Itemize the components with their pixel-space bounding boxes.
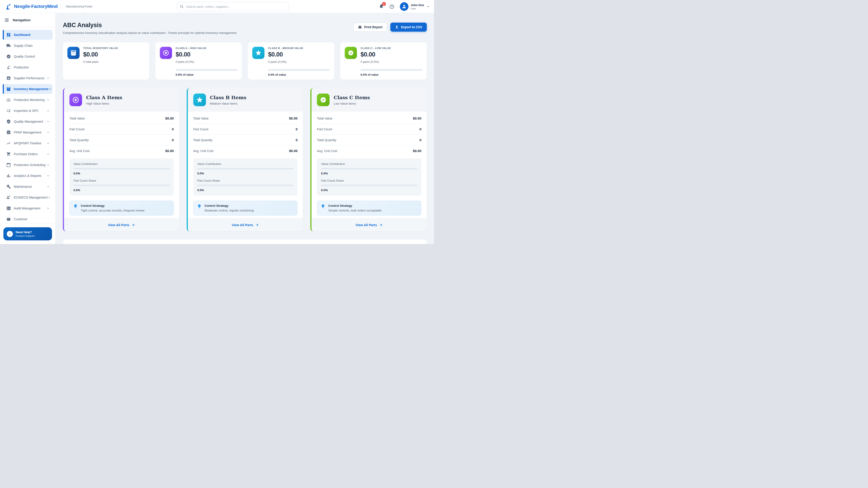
sidebar-item-quality-management[interactable]: Quality Management: [3, 117, 53, 127]
contribution-panel: Value Contribution 0.0% Part Count Share…: [193, 158, 298, 196]
bar-chart-icon: [6, 173, 11, 178]
stat-label: CLASS A - HIGH VALUE: [176, 47, 237, 50]
part-count-share-bar: [73, 185, 170, 186]
class-cards: Class A Items High Value Items Total Val…: [63, 88, 427, 231]
stat-progress-label: 0.0% of value: [361, 73, 422, 76]
stat-row: Total Value$0.00: [193, 113, 298, 124]
export-csv-button[interactable]: Export to CSV: [391, 23, 427, 32]
page-actions: Print Report Export to CSV: [353, 23, 427, 32]
summary-cards: TOTAL INVENTORY VALUE $0.00 0 total part…: [63, 42, 427, 80]
next-section-card: [63, 239, 427, 244]
check-circle-icon: [317, 94, 330, 106]
sidebar-item-production[interactable]: Production: [3, 62, 53, 72]
sidebar-item-inspection-spc[interactable]: Inspection & SPC: [3, 106, 53, 116]
notification-badge: 2: [382, 2, 386, 6]
arrow-right-icon: [131, 223, 135, 227]
arrow-right-icon: [255, 223, 259, 227]
sidebar-item-production-scheduling[interactable]: Production Scheduling: [3, 160, 53, 170]
avatar: [400, 2, 408, 11]
top-bar: Nexgile-FactoryMind Manufacturing Portal…: [0, 0, 434, 13]
contribution-panel: Value Contribution 0.0% Part Count Share…: [69, 158, 174, 196]
value-progress-bar: [176, 69, 237, 71]
lightbulb-icon: [197, 204, 202, 208]
stat-sub: 0 parts (0.0%): [361, 60, 422, 64]
view-all-parts-link[interactable]: View All Parts: [311, 218, 427, 231]
sidebar-item-supplier-performance[interactable]: Supplier Performance: [3, 73, 53, 83]
stat-row: Total Value$0.00: [69, 113, 174, 124]
star-circle-icon: [160, 47, 172, 59]
stat-row: Total Quantity0: [317, 135, 421, 145]
print-report-button[interactable]: Print Report: [353, 23, 387, 32]
verified-badge-icon: [6, 54, 11, 59]
sidebar-item-inventory-management[interactable]: Inventory Management: [3, 84, 53, 94]
stat-row: Total Value$0.00: [317, 113, 421, 124]
sidebar-item-analytics-reports[interactable]: Analytics & Reports: [3, 171, 53, 181]
stat-row: Part Count0: [193, 124, 298, 135]
stat-row: Part Count0: [317, 124, 421, 135]
view-all-parts-link[interactable]: View All Parts: [64, 218, 179, 231]
sidebar-item-supply-chain[interactable]: Supply Chain: [3, 41, 53, 51]
brand-logo: Nexgile-FactoryMind Manufacturing Portal: [5, 3, 92, 10]
search-icon: [180, 4, 184, 8]
audit-list-icon: [6, 206, 11, 210]
main-content: ABC Analysis Comprehensive inventory cla…: [56, 13, 434, 244]
control-strategy-panel: Control Strategy Moderate control, regul…: [193, 201, 298, 216]
class-b-summary-card: CLASS B - MEDIUM VALUE $0.00 0 parts (0.…: [248, 42, 334, 80]
chevron-down-icon: [48, 87, 52, 91]
calendar-icon: [6, 163, 11, 167]
stat-row: Avg. Unit Cost$0.00: [317, 145, 421, 156]
robot-arm-logo-icon: [5, 3, 12, 10]
stat-value: $0.00: [268, 51, 330, 58]
contact-support-card[interactable]: Need Help? Contact Support: [3, 227, 52, 240]
class-a-card: Class A Items High Value Items Total Val…: [63, 88, 179, 231]
menu-icon[interactable]: [4, 18, 9, 23]
star-circle-icon: [69, 94, 82, 106]
person-icon: [402, 4, 407, 9]
class-card-title: Class B Items: [210, 95, 246, 100]
chevron-down-icon: [46, 76, 50, 80]
sidebar-item-audit-management[interactable]: Audit Management: [3, 203, 53, 213]
sidebar-item-customer[interactable]: Customer: [3, 214, 53, 223]
stat-sub: 0 parts (0.0%): [268, 60, 330, 64]
class-card-subtitle: Medium Value Items: [210, 102, 246, 105]
sidebar-item-quality-control[interactable]: Quality Control: [3, 52, 53, 61]
sidebar-item-apqp-npi-timeline[interactable]: APQP/NPI Timeline: [3, 138, 53, 148]
brand-tagline: Manufacturing Portal: [66, 5, 92, 8]
stat-sub: 0 parts (0.0%): [176, 60, 237, 64]
download-icon: [395, 25, 399, 29]
sidebar-item-ppap-management[interactable]: PPAP Management: [3, 127, 53, 137]
robot-arm-icon: [6, 65, 11, 70]
part-count-share-bar: [321, 185, 417, 186]
user-menu[interactable]: John Doe User: [400, 2, 430, 11]
arrow-right-icon: [379, 223, 383, 227]
info-icon: [7, 231, 13, 237]
stat-label: TOTAL INVENTORY VALUE: [83, 47, 145, 50]
value-contribution-bar: [73, 168, 170, 169]
chevron-down-icon: [46, 120, 50, 123]
class-b-card: Class B Items Medium Value Items Total V…: [187, 88, 303, 231]
stat-row: Avg. Unit Cost$0.00: [193, 145, 298, 156]
chevron-down-icon: [46, 174, 50, 177]
sidebar-item-purchase-orders[interactable]: Purchase Orders: [3, 149, 53, 159]
help-title: Need Help?: [16, 230, 34, 234]
search-input[interactable]: [186, 5, 286, 8]
help-button[interactable]: [389, 4, 395, 9]
stat-row: Total Quantity0: [193, 135, 298, 145]
page-header: ABC Analysis Comprehensive inventory cla…: [63, 22, 427, 35]
chevron-down-icon: [46, 98, 50, 102]
global-search: [177, 2, 289, 11]
brand-divider: [61, 4, 61, 9]
stat-row: Total Quantity0: [69, 135, 174, 145]
sidebar-item-dashboard[interactable]: Dashboard: [3, 30, 53, 40]
sidebar-item-maintenance[interactable]: Maintenance: [3, 182, 53, 192]
view-all-parts-link[interactable]: View All Parts: [188, 218, 303, 231]
sidebar-item-production-monitoring[interactable]: Production Monitoring: [3, 95, 53, 105]
class-a-summary-card: CLASS A - HIGH VALUE $0.00 0 parts (0.0%…: [155, 42, 242, 80]
sidebar-header: Navigation: [0, 13, 55, 27]
value-contribution-bar: [197, 168, 293, 169]
page-title: ABC Analysis: [63, 22, 237, 29]
notifications-button[interactable]: 2: [379, 4, 384, 9]
sidebar-footer: Need Help? Contact Support: [0, 223, 55, 244]
checklist-icon: [6, 108, 11, 113]
sidebar-item-ecn-eco-management[interactable]: ECN/ECO Management: [3, 193, 53, 202]
